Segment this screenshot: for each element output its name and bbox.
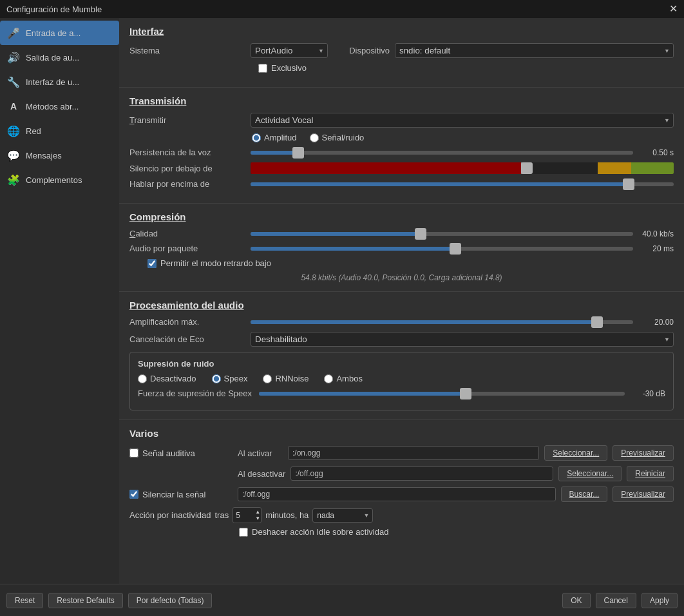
rnnoise-option[interactable]: RNNoise <box>263 374 309 383</box>
habla-thumb[interactable] <box>623 178 634 190</box>
nada-select[interactable]: nada pausar desconectar <box>312 508 373 523</box>
seleccionar-1-button[interactable]: Seleccionar... <box>544 445 607 461</box>
previsualizar-1-button[interactable]: Previsualizar <box>613 445 674 461</box>
persistencia-fill <box>251 151 292 155</box>
fuerza-row: Fuerza de supresión de Speex -30 dB <box>138 389 665 398</box>
inactivity-row: Acción por inactividad tras ▲ ▼ minutos,… <box>129 507 674 523</box>
sistema-row: Sistema PortAudio Dispositivo sndio: def… <box>129 43 674 58</box>
amplificacion-track[interactable] <box>251 320 633 324</box>
cancelacion-select[interactable]: Deshabilitado <box>251 332 674 347</box>
tras-label: tras <box>214 510 229 520</box>
audio-paquete-thumb[interactable] <box>450 243 461 255</box>
transmitir-row: Transmitir Actividad Vocal <box>129 113 674 128</box>
transmitir-select[interactable]: Actividad Vocal <box>251 113 674 128</box>
silence-thumb[interactable] <box>521 162 533 174</box>
silenciar-senal-label[interactable]: Silenciar la señal <box>129 490 233 499</box>
permitir-checkbox[interactable] <box>147 259 157 268</box>
a-icon: A <box>6 99 21 113</box>
reiniciar-button[interactable]: Reiniciar <box>627 466 674 481</box>
dispositivo-select-wrapper[interactable]: sndio: default <box>395 43 674 58</box>
persistencia-label: Persistencia de la voz <box>129 148 245 157</box>
deshacer-checkbox[interactable] <box>239 528 248 537</box>
ambos-option[interactable]: Ambos <box>324 374 362 383</box>
por-defecto-button[interactable]: Por defecto (Todas) <box>128 593 213 608</box>
exclusivo-checkbox-label[interactable]: Exclusivo <box>258 63 307 73</box>
rnnoise-label: RNNoise <box>275 374 309 383</box>
sidebar-item-metodos[interactable]: A Métodos abr... <box>0 94 119 119</box>
silenciar-senal-input[interactable] <box>238 487 556 501</box>
minutos-spinbox[interactable]: ▲ ▼ <box>233 507 261 523</box>
senal-auditiva-checkbox[interactable] <box>129 448 138 457</box>
reset-button[interactable]: Reset <box>6 593 43 608</box>
speex-label: Speex <box>224 374 248 383</box>
audio-paquete-track[interactable] <box>251 247 633 251</box>
exclusivo-checkbox[interactable] <box>258 64 267 73</box>
senal-ruido-option[interactable]: Señal/ruido <box>310 133 365 142</box>
radio-group: Amplitud Señal/ruido <box>252 133 674 142</box>
seleccionar-2-button[interactable]: Seleccionar... <box>558 466 622 481</box>
sistema-select[interactable]: PortAudio <box>251 43 328 58</box>
globe-icon: 🌐 <box>6 124 21 138</box>
desactivado-radio[interactable] <box>138 374 147 383</box>
senal-auditiva-label[interactable]: Señal auditiva <box>129 448 233 458</box>
al-desactivar-label: Al desactivar <box>238 469 285 479</box>
wrench-icon: 🔧 <box>6 75 21 89</box>
sidebar-item-entrada[interactable]: 🎤 Entrada de a... <box>0 21 119 45</box>
previsualizar-2-button[interactable]: Previsualizar <box>613 486 674 502</box>
amplitud-option[interactable]: Amplitud <box>252 133 297 142</box>
deshacer-label[interactable]: Deshacer acción Idle sobre actividad <box>239 527 388 537</box>
speex-radio[interactable] <box>212 374 221 383</box>
minutos-label: minutos, ha <box>265 510 309 520</box>
calidad-track[interactable] <box>251 232 633 236</box>
sidebar-label-mensajes: Mensajes <box>26 151 62 160</box>
cancelacion-select-wrapper[interactable]: Deshabilitado <box>251 332 674 347</box>
ambos-radio[interactable] <box>324 374 333 383</box>
buscar-button[interactable]: Buscar... <box>561 486 608 502</box>
sidebar-item-salida[interactable]: 🔊 Salida de au... <box>0 45 119 70</box>
sistema-select-wrapper[interactable]: PortAudio <box>251 43 328 58</box>
habla-bar-row: Hablar por encima de <box>129 179 674 189</box>
silenciar-senal-checkbox[interactable] <box>129 490 138 499</box>
senal-ruido-radio[interactable] <box>310 133 319 142</box>
spin-arrows[interactable]: ▲ ▼ <box>255 509 260 521</box>
compresion-title: Compresión <box>129 211 674 222</box>
audio-paquete-fill <box>251 247 450 251</box>
dispositivo-select[interactable]: sndio: default <box>395 43 674 58</box>
desactivado-option[interactable]: Desactivado <box>138 374 196 383</box>
fuerza-track[interactable] <box>259 392 625 396</box>
title-bar: Configuración de Mumble ✕ <box>0 0 684 18</box>
permitir-checkbox-label[interactable]: Permitir el modo retrardo bajo <box>147 258 271 268</box>
apply-button[interactable]: Apply <box>641 593 678 608</box>
amplitud-radio[interactable] <box>252 133 261 142</box>
persistencia-row: Persistencia de la voz 0.50 s <box>129 148 674 157</box>
al-desactivar-input[interactable] <box>290 467 553 481</box>
cancel-button[interactable]: Cancel <box>596 593 636 608</box>
silenciar-senal-row: Silenciar la señal Buscar... Previsualiz… <box>129 486 674 502</box>
procesamiento-title: Procesamiento del audio <box>129 300 674 311</box>
transmitir-select-wrapper[interactable]: Actividad Vocal <box>251 113 674 128</box>
sidebar-item-red[interactable]: 🌐 Red <box>0 119 119 143</box>
persistencia-thumb[interactable] <box>292 147 304 159</box>
deshacer-text: Deshacer acción Idle sobre actividad <box>252 527 388 537</box>
silenciar-senal-text: Silenciar la señal <box>142 490 205 499</box>
al-activar-input[interactable] <box>288 446 539 460</box>
audio-paquete-row: Audio por paquete 20 ms <box>129 244 674 253</box>
amplificacion-thumb[interactable] <box>591 316 603 328</box>
nada-select-wrapper[interactable]: nada pausar desconectar <box>312 508 373 523</box>
restore-defaults-button[interactable]: Restore Defaults <box>48 593 122 608</box>
sidebar-item-interfaz[interactable]: 🔧 Interfaz de u... <box>0 70 119 94</box>
speex-option[interactable]: Speex <box>212 374 248 383</box>
sidebar-item-complementos[interactable]: 🧩 Complementos <box>0 168 119 192</box>
calidad-thumb[interactable] <box>415 228 426 240</box>
ok-button[interactable]: OK <box>562 593 590 608</box>
fuerza-thumb[interactable] <box>460 388 471 399</box>
calidad-label: Calidad <box>129 229 245 238</box>
close-button[interactable]: ✕ <box>669 4 678 14</box>
amplificacion-fill <box>251 320 591 324</box>
habla-slider[interactable] <box>251 182 674 186</box>
rnnoise-radio[interactable] <box>263 374 272 383</box>
minutos-input[interactable] <box>236 511 255 520</box>
ambos-label: Ambos <box>336 374 362 383</box>
persistencia-track[interactable] <box>251 151 633 155</box>
sidebar-item-mensajes[interactable]: 💬 Mensajes <box>0 143 119 168</box>
